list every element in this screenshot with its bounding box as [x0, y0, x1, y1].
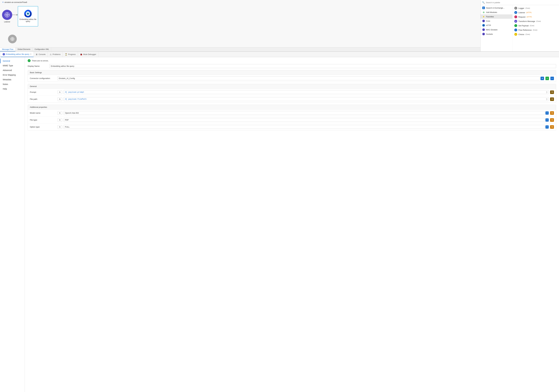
- file-path-fx-badge[interactable]: fx: [57, 98, 62, 101]
- model-name-select[interactable]: OpenAI Ada 002: [64, 111, 545, 115]
- ghost-node: [8, 35, 17, 43]
- file-path-input[interactable]: #[ payload.filePath ]: [64, 97, 549, 101]
- tab-embedding[interactable]: 🧿 Embedding adhoc file query ✕: [0, 52, 34, 57]
- transform-tag: (Core): [536, 20, 541, 22]
- palette-component-transform[interactable]: ⇄ Transform Message (Core): [512, 19, 559, 23]
- tab-message-flow[interactable]: Message Flow: [0, 47, 15, 51]
- palette-component-request[interactable]: ↑ Request (HTTP): [512, 15, 559, 19]
- palette-item-favorites[interactable]: ★ Favorites: [481, 14, 512, 19]
- prompt-fx-badge[interactable]: fx: [57, 91, 62, 94]
- sidebar-item-error-mapping[interactable]: Error Mapping: [0, 73, 25, 77]
- file-type-label: File type:: [30, 119, 56, 121]
- status-bar: ✓ There are no errors.: [28, 59, 556, 62]
- option-type-fx-badge[interactable]: fx: [57, 125, 62, 129]
- bottom-panel: 🧿 Embedding adhoc file query ✕ 🖥 Console…: [0, 52, 559, 392]
- model-name-wrapper: OpenAI Ada 002 ▼: [64, 111, 549, 115]
- option-type-dropdown[interactable]: ▼: [545, 125, 549, 128]
- tab-bar: 🧿 Embedding adhoc file query ✕ 🖥 Console…: [0, 52, 559, 57]
- tab-global-elements[interactable]: Global Elements: [15, 47, 32, 51]
- palette-listener-label: Listener: [518, 11, 525, 14]
- file-type-dropdown[interactable]: ▼: [545, 119, 549, 122]
- embedding-node[interactable]: 🧿 Embedding adhoc file query: [18, 6, 38, 27]
- file-type-select[interactable]: PDF: [64, 118, 545, 122]
- tab-console[interactable]: 🖥 Console: [34, 52, 48, 57]
- display-name-input[interactable]: [49, 64, 556, 68]
- palette-item-http[interactable]: ● HTTP: [481, 23, 512, 27]
- model-name-dropdown[interactable]: ▼: [545, 111, 549, 115]
- palette-body: ⛓ Search in Exchange... ⊕ Add Modules ★ …: [481, 5, 559, 51]
- palette-categories: ⛓ Search in Exchange... ⊕ Add Modules ★ …: [481, 5, 512, 51]
- search-icon: 🔍: [482, 1, 485, 4]
- palette-item-add-modules[interactable]: ⊕ Add Modules: [481, 10, 512, 14]
- embedding-tab-close[interactable]: ✕: [30, 53, 31, 55]
- palette-search-bar[interactable]: 🔍: [481, 0, 559, 5]
- status-message: There are no errors.: [32, 60, 49, 62]
- logger-label: Logger: [518, 7, 524, 9]
- file-path-exchange-btn[interactable]: ⛓: [550, 98, 554, 101]
- file-type-chain-btn[interactable]: ⛓: [550, 118, 554, 122]
- mac-einstein-label: MAC Einstein: [486, 29, 498, 31]
- console-tab-icon: 🖥: [36, 53, 38, 55]
- add-modules-label: Add Modules: [486, 11, 497, 13]
- listener-tag: (HTTP): [526, 12, 531, 13]
- connector-config-dropdown-btn[interactable]: ▼: [540, 77, 544, 80]
- option-type-wrapper: FULL ▼: [64, 125, 549, 129]
- file-type-fx-badge[interactable]: fx: [57, 118, 62, 122]
- model-name-label: Model name:: [30, 112, 56, 114]
- palette-item-sockets[interactable]: ● Sockets: [481, 32, 512, 36]
- file-path-row: File path: fx #[ payload.filePath ] ⛓: [28, 96, 556, 102]
- model-name-fx-badge[interactable]: fx: [57, 111, 62, 115]
- tab-problems[interactable]: ⚠ Problems: [48, 52, 63, 57]
- transform-icon: ⇄: [514, 20, 517, 23]
- palette-component-listener[interactable]: ◎ Listener (HTTP): [512, 10, 559, 15]
- palette-item-core[interactable]: ● Core: [481, 19, 512, 23]
- debugger-tab-label: Mule Debugger: [83, 53, 96, 55]
- palette-component-logger[interactable]: ≡ Logger (Core): [512, 6, 559, 10]
- tab-configuration-xml[interactable]: Configuration XML: [32, 47, 51, 51]
- http-label: HTTP: [486, 24, 491, 27]
- prompt-label: Prompt:: [30, 91, 56, 93]
- palette-component-choice[interactable]: ◇ Choice (Core): [512, 32, 559, 36]
- file-path-label: File path:: [30, 98, 56, 100]
- option-type-select[interactable]: FULL: [64, 125, 545, 129]
- prompt-value: #[ payload.prompt: [65, 91, 84, 93]
- choice-icon: ◇: [514, 33, 517, 36]
- panel-body: General MIME Type Advanced Error Mapping…: [0, 57, 559, 392]
- palette-item-mac-einstein[interactable]: ● MAC Einstein: [481, 27, 512, 32]
- listener-node[interactable]: Listener: [2, 10, 12, 23]
- sidebar-item-notes[interactable]: Notes: [0, 82, 25, 87]
- palette-component-flow-reference[interactable]: ↗ Flow Reference (Core): [512, 28, 559, 32]
- search-input[interactable]: [486, 1, 558, 4]
- prompt-exchange-btn[interactable]: ⛓: [550, 91, 554, 94]
- embedding-tab-label: Embedding adhoc file query: [6, 53, 29, 55]
- tab-mule-debugger[interactable]: 🐞 Mule Debugger: [78, 52, 98, 57]
- prompt-input[interactable]: #[ payload.prompt ]: [64, 90, 549, 94]
- flow-collapse-arrow[interactable]: ▼: [2, 1, 4, 3]
- option-type-label: Option type:: [30, 126, 56, 128]
- connector-config-add-btn[interactable]: +: [545, 77, 549, 80]
- sidebar-item-advanced[interactable]: Advanced: [0, 68, 25, 73]
- http-icon: ●: [482, 24, 485, 27]
- connector-config-edit-btn[interactable]: ✏: [550, 77, 554, 80]
- sidebar-item-help[interactable]: Help: [0, 87, 25, 91]
- palette-item-exchange[interactable]: ⛓ Search in Exchange...: [481, 6, 512, 10]
- basic-settings-title: Basic Settings: [30, 72, 42, 73]
- connector-config-wrapper: Einstein_AI_Config ▼: [57, 76, 544, 80]
- model-name-chain-btn[interactable]: ⛓: [550, 111, 554, 115]
- config-sidebar: General MIME Type Advanced Error Mapping…: [0, 57, 25, 392]
- flow-reference-label: Flow Reference: [518, 29, 532, 31]
- sidebar-item-general[interactable]: General: [0, 59, 25, 63]
- sidebar-item-metadata[interactable]: Metadata: [0, 77, 25, 82]
- additional-props-header: Additional properties: [28, 105, 556, 109]
- exchange-icon: ⛓: [482, 7, 485, 9]
- flow-title: ▼ einstein-ai-connectorFlow6: [2, 1, 27, 3]
- status-icon: ✓: [28, 59, 31, 62]
- display-name-row: Display Name:: [28, 64, 556, 68]
- additional-props-section: Additional properties Model name: fx Ope…: [28, 105, 556, 130]
- connector-config-select[interactable]: Einstein_AI_Config: [57, 76, 540, 80]
- option-type-chain-btn[interactable]: ⛓: [550, 125, 554, 129]
- sidebar-item-mime-type[interactable]: MIME Type: [0, 63, 25, 68]
- tab-progress[interactable]: ⏳ Progress: [63, 52, 78, 57]
- palette-component-set-payload[interactable]: ↓ Set Payload (Core): [512, 23, 559, 28]
- choice-tag: (Core): [525, 33, 530, 35]
